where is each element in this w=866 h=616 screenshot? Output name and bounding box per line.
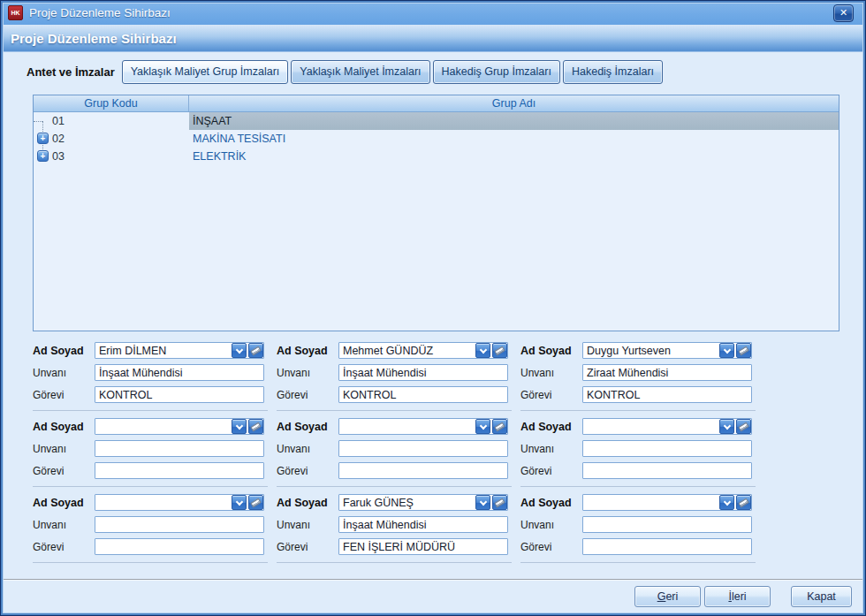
name-combobox[interactable] bbox=[95, 494, 264, 511]
app-icon: HK bbox=[8, 5, 23, 20]
table-row[interactable]: + 03 ELEKTRİK bbox=[34, 148, 839, 165]
signature-cell: Ad Soyad Unvanı Görevi bbox=[33, 487, 268, 563]
chevron-down-icon[interactable] bbox=[232, 343, 247, 358]
ad-soyad-label: Ad Soyad bbox=[520, 421, 582, 433]
gorevi-row: Görevi bbox=[277, 462, 512, 479]
eraser-icon[interactable] bbox=[736, 343, 751, 358]
title-input[interactable] bbox=[338, 364, 508, 381]
chevron-down-icon[interactable] bbox=[475, 343, 490, 358]
title-input[interactable] bbox=[338, 440, 508, 457]
dialog-header: Proje Düzenleme Sihirbazı bbox=[3, 25, 863, 52]
group-name-cell: MAKİNA TESİSATI bbox=[189, 130, 839, 148]
table-row[interactable]: 01 İNŞAAT bbox=[34, 112, 839, 130]
name-combobox[interactable] bbox=[582, 418, 752, 435]
unvani-row: Unvanı bbox=[33, 516, 268, 533]
ad-soyad-row: Ad Soyad bbox=[277, 342, 512, 359]
tab-button[interactable]: Yaklaşık Maliyet Grup İmzaları bbox=[122, 60, 289, 84]
eraser-icon[interactable] bbox=[736, 419, 751, 434]
group-name-cell: ELEKTRİK bbox=[189, 148, 839, 165]
gorevi-label: Görevi bbox=[33, 389, 95, 401]
eraser-icon[interactable] bbox=[492, 419, 507, 434]
name-combobox[interactable] bbox=[95, 418, 264, 435]
unvani-label: Unvanı bbox=[520, 367, 582, 379]
ad-soyad-label: Ad Soyad bbox=[520, 345, 582, 357]
window-title: Proje Düzenleme Sihirbazı bbox=[29, 6, 833, 19]
close-icon[interactable]: ✕ bbox=[833, 4, 854, 22]
unvani-label: Unvanı bbox=[277, 367, 338, 379]
chevron-down-icon[interactable] bbox=[719, 343, 734, 358]
gorevi-label: Görevi bbox=[277, 465, 338, 477]
duty-input[interactable] bbox=[338, 538, 508, 555]
table-header: Grup Kodu Grup Adı bbox=[34, 95, 839, 112]
duty-input[interactable] bbox=[338, 462, 508, 479]
expand-plus-icon[interactable]: + bbox=[37, 150, 49, 162]
title-input[interactable] bbox=[582, 440, 752, 457]
duty-input[interactable] bbox=[582, 462, 752, 479]
column-header-grup-adi[interactable]: Grup Adı bbox=[189, 95, 839, 111]
expand-plus-icon[interactable]: + bbox=[37, 133, 49, 144]
gorevi-row: Görevi bbox=[520, 462, 756, 479]
chevron-down-icon[interactable] bbox=[475, 495, 490, 510]
duty-input[interactable] bbox=[582, 386, 752, 403]
group-code: 03 bbox=[52, 148, 65, 165]
kapat-button[interactable]: Kapat bbox=[791, 586, 852, 607]
project-wizard-dialog: HK Proje Düzenleme Sihirbazı ✕ Proje Düz… bbox=[0, 0, 866, 616]
unvani-row: Unvanı bbox=[520, 440, 756, 457]
signature-cell: Ad Soyad Unvanı Görevi bbox=[520, 487, 756, 563]
duty-input[interactable] bbox=[95, 386, 264, 403]
name-combobox[interactable] bbox=[338, 418, 508, 435]
title-input[interactable] bbox=[95, 516, 264, 533]
eraser-icon[interactable] bbox=[492, 343, 507, 358]
signature-cell: Ad Soyad Unvanı Görevi bbox=[33, 411, 268, 487]
unvani-row: Unvanı bbox=[277, 440, 512, 457]
signature-cell: Ad Soyad Unvanı Görevi bbox=[520, 335, 756, 411]
duty-input[interactable] bbox=[338, 386, 508, 403]
name-combobox[interactable] bbox=[582, 342, 752, 359]
eraser-icon[interactable] bbox=[248, 495, 263, 510]
gorevi-row: Görevi bbox=[33, 538, 268, 555]
tab-button[interactable]: Hakediş Grup İmzaları bbox=[433, 60, 560, 84]
eraser-icon[interactable] bbox=[736, 495, 751, 510]
tab-button[interactable]: Yaklaşık Maliyet İmzaları bbox=[291, 60, 429, 84]
signature-cell: Ad Soyad Unvanı Görevi bbox=[277, 487, 512, 563]
name-combobox[interactable] bbox=[338, 342, 508, 359]
eraser-icon[interactable] bbox=[248, 419, 263, 434]
ad-soyad-row: Ad Soyad bbox=[277, 418, 512, 435]
chevron-down-icon[interactable] bbox=[475, 419, 490, 434]
name-combobox[interactable] bbox=[338, 494, 508, 511]
title-input[interactable] bbox=[95, 440, 264, 457]
tab-button[interactable]: Hakediş İmzaları bbox=[563, 60, 663, 84]
duty-input[interactable] bbox=[582, 538, 752, 555]
title-input[interactable] bbox=[338, 516, 508, 533]
ad-soyad-row: Ad Soyad bbox=[33, 494, 268, 511]
group-name-cell: İNŞAAT bbox=[189, 112, 839, 130]
group-code: 02 bbox=[52, 130, 65, 148]
name-combobox[interactable] bbox=[582, 494, 752, 511]
ad-soyad-label: Ad Soyad bbox=[33, 345, 95, 357]
tree-glyph: + bbox=[37, 150, 49, 163]
title-input[interactable] bbox=[582, 364, 752, 381]
name-combobox[interactable] bbox=[95, 342, 264, 359]
eraser-icon[interactable] bbox=[492, 495, 507, 510]
table-row[interactable]: + 02 MAKİNA TESİSATI bbox=[34, 130, 839, 148]
unvani-label: Unvanı bbox=[277, 443, 338, 455]
title-input[interactable] bbox=[95, 364, 264, 381]
eraser-icon[interactable] bbox=[248, 343, 263, 358]
chevron-down-icon[interactable] bbox=[232, 419, 247, 434]
ad-soyad-row: Ad Soyad bbox=[520, 418, 756, 435]
chevron-down-icon[interactable] bbox=[719, 495, 734, 510]
chevron-down-icon[interactable] bbox=[719, 419, 734, 434]
geri-button[interactable]: Geri bbox=[634, 586, 701, 607]
gorevi-label: Görevi bbox=[33, 541, 95, 553]
duty-input[interactable] bbox=[95, 462, 264, 479]
duty-input[interactable] bbox=[95, 538, 264, 555]
unvani-row: Unvanı bbox=[33, 364, 268, 381]
signature-cell: Ad Soyad Unvanı Görevi bbox=[520, 411, 756, 487]
column-header-grup-kodu[interactable]: Grup Kodu bbox=[34, 95, 189, 111]
gorevi-row: Görevi bbox=[520, 386, 756, 403]
titlebar: HK Proje Düzenleme Sihirbazı ✕ bbox=[1, 1, 865, 25]
chevron-down-icon[interactable] bbox=[232, 495, 247, 510]
ileri-button[interactable]: İleri bbox=[704, 586, 771, 607]
gorevi-label: Görevi bbox=[277, 541, 338, 553]
title-input[interactable] bbox=[582, 516, 752, 533]
